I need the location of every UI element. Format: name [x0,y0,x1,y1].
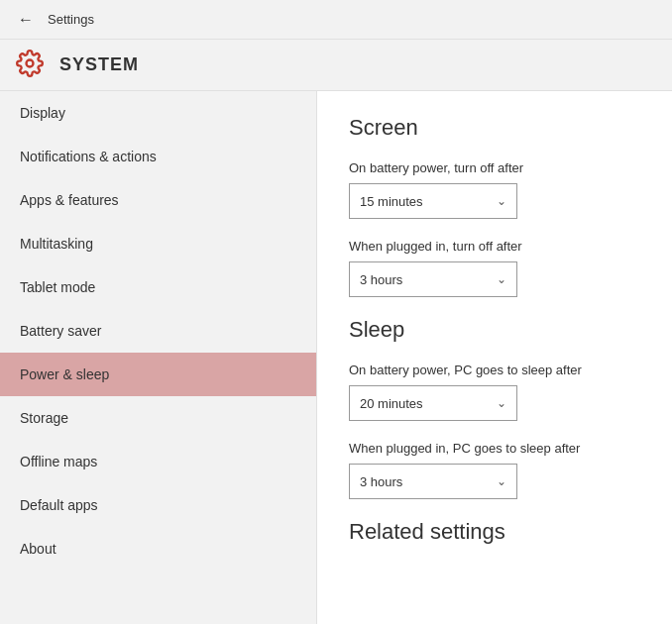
screen-plugged-value: 3 hours [360,272,402,287]
sidebar-item-apps-features[interactable]: Apps & features [0,178,316,222]
system-title: SYSTEM [59,54,139,75]
sidebar-item-tablet-mode[interactable]: Tablet mode [0,265,316,309]
sidebar-label-about: About [20,541,56,557]
sidebar-item-multitasking[interactable]: Multitasking [0,222,316,265]
sidebar: Display Notifications & actions Apps & f… [0,91,317,624]
chevron-down-icon-3: ⌄ [497,396,506,410]
sidebar-label-power-sleep: Power & sleep [20,366,109,382]
chevron-down-icon-4: ⌄ [497,474,506,488]
sidebar-label-default-apps: Default apps [20,497,98,513]
chevron-down-icon-2: ⌄ [497,272,506,286]
svg-point-0 [27,59,34,66]
sidebar-item-battery-saver[interactable]: Battery saver [0,309,316,353]
system-header: SYSTEM [0,40,672,91]
sidebar-item-storage[interactable]: Storage [0,396,316,440]
chevron-down-icon: ⌄ [497,194,506,208]
screen-battery-dropdown[interactable]: 15 minutes ⌄ [349,183,517,219]
titlebar: ← Settings [0,0,672,40]
sidebar-item-default-apps[interactable]: Default apps [0,483,316,527]
sidebar-label-tablet-mode: Tablet mode [20,279,95,295]
gear-icon [16,50,48,81]
main-container: Display Notifications & actions Apps & f… [0,91,672,624]
sidebar-label-notifications: Notifications & actions [20,149,157,164]
sidebar-item-notifications[interactable]: Notifications & actions [0,135,316,178]
sleep-plugged-dropdown[interactable]: 3 hours ⌄ [349,464,517,499]
screen-battery-value: 15 minutes [360,194,423,209]
sidebar-item-offline-maps[interactable]: Offline maps [0,440,316,483]
sleep-plugged-label: When plugged in, PC goes to sleep after [349,441,640,456]
back-button[interactable]: ← [12,6,40,34]
titlebar-title: Settings [48,12,94,27]
sidebar-label-battery-saver: Battery saver [20,323,101,339]
back-icon: ← [18,11,34,29]
content-area: Screen On battery power, turn off after … [317,91,672,624]
sidebar-item-power-sleep[interactable]: Power & sleep [0,353,316,396]
sleep-battery-value: 20 minutes [360,396,423,411]
sleep-battery-label: On battery power, PC goes to sleep after [349,363,640,377]
sidebar-label-apps-features: Apps & features [20,192,119,208]
related-settings-title: Related settings [349,519,640,545]
screen-section-title: Screen [349,115,640,141]
sidebar-label-multitasking: Multitasking [20,236,93,252]
sidebar-label-display: Display [20,105,65,121]
screen-plugged-dropdown[interactable]: 3 hours ⌄ [349,261,517,297]
sidebar-item-display[interactable]: Display [0,91,316,135]
sidebar-label-offline-maps: Offline maps [20,454,97,469]
sidebar-label-storage: Storage [20,410,68,426]
sleep-section-title: Sleep [349,317,640,343]
sidebar-item-about[interactable]: About [0,527,316,571]
sleep-battery-dropdown[interactable]: 20 minutes ⌄ [349,385,517,421]
screen-battery-label: On battery power, turn off after [349,160,640,175]
screen-plugged-label: When plugged in, turn off after [349,239,640,254]
sleep-plugged-value: 3 hours [360,474,402,489]
